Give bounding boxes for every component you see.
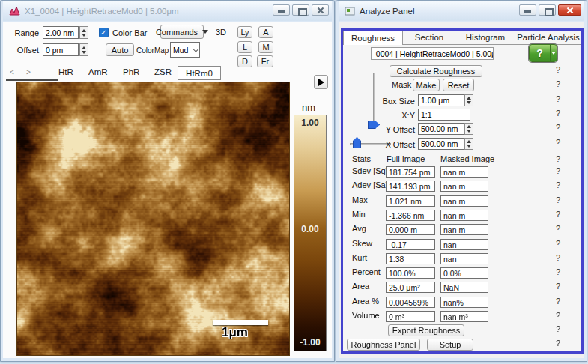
range-spinner[interactable]	[79, 26, 88, 39]
tab-htrm0-active[interactable]: HtRm0	[178, 66, 221, 80]
stat-full-area[interactable]: 25.0 μm²	[386, 282, 435, 293]
help-stats[interactable]: ?	[553, 154, 563, 163]
source-image-select[interactable]: X1_0004 | HeightRetraceMod0 | 5.00μm	[371, 47, 494, 60]
stat-full-sdev-sq[interactable]: 181.754 pm	[386, 166, 435, 178]
next-tab-arrow[interactable]: >	[26, 68, 31, 76]
tab-zsr[interactable]: ZSR	[154, 67, 172, 76]
chevron-down-icon	[551, 52, 556, 55]
y-offset-input[interactable]: 500.00 nm	[418, 123, 464, 135]
export-roughness-button[interactable]: Export Roughness	[388, 324, 464, 336]
y-offset-slider-track[interactable]	[373, 73, 375, 128]
mask-make-button[interactable]: Make	[413, 79, 440, 91]
stat-full-percent[interactable]: 100.0%	[386, 267, 435, 279]
stat-masked-sdev-sq[interactable]: nan m	[440, 166, 488, 178]
colormap-select[interactable]: Mud	[170, 42, 200, 58]
restore-icon[interactable]	[292, 4, 309, 16]
a-button[interactable]: A	[258, 26, 273, 38]
help-calculate[interactable]: ?	[553, 65, 563, 74]
stat-full-min[interactable]: -1.366 nm	[386, 210, 435, 221]
close-icon[interactable]	[558, 4, 581, 16]
help-percent[interactable]: ?	[553, 267, 563, 276]
tab-histogram[interactable]: Histogram	[455, 31, 515, 44]
stat-full-area[interactable]: 0.004569%	[386, 297, 435, 308]
help-area[interactable]: ?	[553, 297, 563, 306]
help-avg[interactable]: ?	[553, 224, 563, 233]
minimize-icon[interactable]	[519, 4, 536, 16]
help-export[interactable]: ?	[553, 324, 563, 333]
setup-button[interactable]: Setup	[427, 339, 473, 351]
stat-full-volume[interactable]: 0 m³	[386, 311, 435, 322]
m-button[interactable]: M	[258, 41, 273, 53]
x-offset-input[interactable]: 500.00 nm	[418, 138, 464, 150]
help-box-size[interactable]: ?	[553, 94, 563, 103]
help-split-button[interactable]: ?	[529, 44, 557, 62]
auto-button[interactable]: Auto	[106, 43, 134, 56]
help-kurt[interactable]: ?	[553, 253, 563, 262]
stat-masked-min[interactable]: nan m	[440, 210, 488, 221]
ly-button[interactable]: Ly	[237, 26, 252, 38]
stat-masked-adev-sa[interactable]: nan m	[440, 181, 488, 192]
stat-masked-area[interactable]: NaN	[440, 282, 488, 293]
help-x-offset[interactable]: ?	[553, 138, 563, 147]
stat-masked-percent[interactable]: 0.0%	[440, 267, 488, 279]
offset-spinner[interactable]	[79, 43, 88, 56]
offset-label: Offset	[3, 46, 39, 55]
stat-masked-skew[interactable]: nan	[440, 239, 488, 250]
stat-masked-max[interactable]: nan m	[440, 195, 488, 207]
calculate-roughness-button[interactable]: Calculate Roughness	[390, 65, 482, 77]
help-mask[interactable]: ?	[553, 79, 563, 88]
stat-full-avg[interactable]: 0.000 m	[386, 224, 435, 235]
help-y-offset[interactable]: ?	[553, 123, 563, 132]
prev-tab-arrow[interactable]: <	[10, 68, 14, 76]
help-volume[interactable]: ?	[553, 311, 563, 320]
help-skew[interactable]: ?	[553, 239, 563, 248]
stat-full-skew[interactable]: -0.17	[386, 239, 435, 250]
help-max[interactable]: ?	[553, 195, 563, 204]
stat-label-sdev-sq: Sdev [Sq]	[352, 166, 388, 175]
3d-button[interactable]: 3D	[216, 28, 226, 37]
x-offset-spinner[interactable]	[464, 138, 473, 150]
l-button[interactable]: L	[237, 41, 252, 53]
range-input[interactable]: 2.00 nm	[43, 26, 79, 39]
stat-full-kurt[interactable]: 1.38	[386, 253, 435, 264]
color-bar-checkbox[interactable]: ✓	[99, 28, 109, 37]
fr-button[interactable]: Fr	[257, 55, 273, 67]
stat-label-max: Max	[352, 195, 368, 204]
restore-icon[interactable]	[539, 4, 556, 16]
commands-dropdown[interactable]: Commands	[160, 25, 204, 39]
tab-phr[interactable]: PhR	[123, 67, 139, 76]
stat-masked-avg[interactable]: nan m	[440, 224, 488, 235]
tab-particle-analysis[interactable]: Particle Analysis	[515, 31, 581, 44]
help-dropdown-section[interactable]	[550, 45, 557, 61]
afm-image[interactable]	[16, 82, 290, 356]
tab-section[interactable]: Section	[403, 31, 455, 44]
tab-amr[interactable]: AmR	[88, 67, 108, 76]
minimize-icon[interactable]	[273, 4, 290, 16]
play-button[interactable]	[314, 75, 328, 89]
box-size-spinner[interactable]	[464, 94, 473, 106]
close-icon[interactable]	[312, 4, 329, 16]
y-offset-spinner[interactable]	[464, 123, 473, 135]
mask-reset-button[interactable]: Reset	[443, 79, 474, 91]
stat-full-max[interactable]: 1.021 nm	[386, 195, 435, 207]
help-min[interactable]: ?	[553, 210, 563, 219]
stat-masked-area[interactable]: nan%	[440, 297, 488, 308]
help-xy[interactable]: ?	[553, 109, 563, 118]
xy-input[interactable]: 1:1	[418, 109, 470, 121]
image-window-titlebar[interactable]: X1_0004 | HeightRetraceMod0 | 5.00μm	[3, 1, 332, 21]
analyze-panel-titlebar[interactable]: Analyze Panel	[339, 1, 584, 21]
help-bottom[interactable]: ?	[553, 339, 563, 348]
stat-full-adev-sa[interactable]: 141.193 pm	[386, 181, 435, 192]
stat-masked-kurt[interactable]: nan	[440, 253, 488, 264]
x-offset-slider-thumb[interactable]	[353, 137, 361, 148]
help-area[interactable]: ?	[553, 282, 563, 291]
roughness-panel-button[interactable]: Roughness Panel	[347, 339, 420, 351]
help-sdev-sq[interactable]: ?	[553, 166, 563, 175]
help-adev-sa[interactable]: ?	[553, 181, 563, 189]
d-button[interactable]: D	[237, 55, 252, 67]
tab-htr[interactable]: HtR	[58, 67, 73, 76]
offset-input[interactable]: 0 pm	[43, 43, 79, 56]
tab-roughness-active[interactable]: Roughness	[343, 31, 403, 45]
stat-masked-volume[interactable]: nan m³	[440, 311, 488, 322]
box-size-input[interactable]: 1.00 μm	[418, 94, 464, 106]
